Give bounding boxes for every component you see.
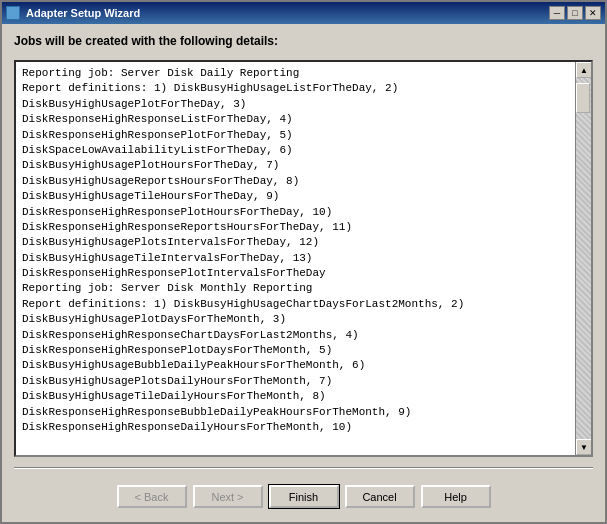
scroll-up-button[interactable]: ▲ [576,62,592,78]
button-row: < Back Next > Finish Cancel Help [14,479,593,512]
separator [14,467,593,469]
scroll-down-icon: ▼ [580,443,588,452]
close-button[interactable]: ✕ [585,6,601,20]
cancel-button[interactable]: Cancel [345,485,415,508]
section-title: Jobs will be created with the following … [14,34,593,48]
window-body: Jobs will be created with the following … [2,24,605,522]
title-bar: Adapter Setup Wizard ─ □ ✕ [2,2,605,24]
content-area: Reporting job: Server Disk Daily Reporti… [14,60,593,457]
text-content[interactable]: Reporting job: Server Disk Daily Reporti… [16,62,575,455]
back-button[interactable]: < Back [117,485,187,508]
scroll-up-icon: ▲ [580,66,588,75]
scrollbar[interactable]: ▲ ▼ [575,62,591,455]
scroll-thumb[interactable] [576,83,590,113]
finish-button[interactable]: Finish [269,485,339,508]
title-bar-text: Adapter Setup Wizard [6,6,140,20]
maximize-button[interactable]: □ [567,6,583,20]
window-title: Adapter Setup Wizard [26,7,140,19]
minimize-button[interactable]: ─ [549,6,565,20]
scroll-track[interactable] [576,78,591,439]
next-button[interactable]: Next > [193,485,263,508]
help-button[interactable]: Help [421,485,491,508]
title-bar-controls: ─ □ ✕ [549,6,601,20]
window-icon [6,6,20,20]
adapter-setup-wizard-window: Adapter Setup Wizard ─ □ ✕ Jobs will be … [0,0,607,524]
scroll-down-button[interactable]: ▼ [576,439,592,455]
